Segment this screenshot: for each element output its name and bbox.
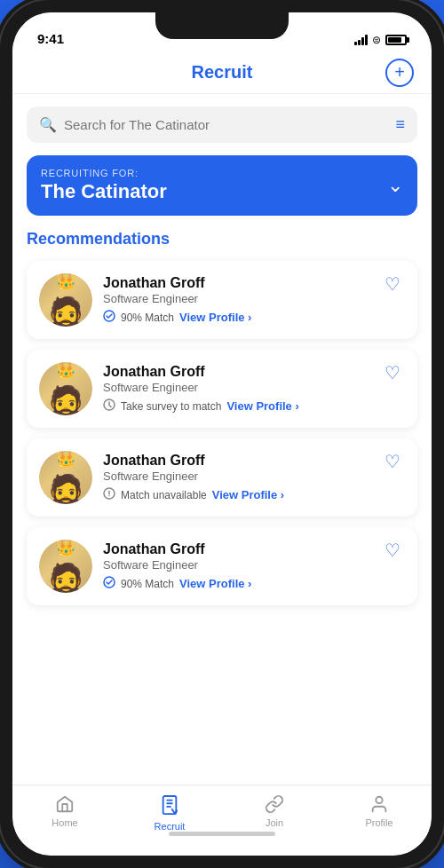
recruiting-name: The Catinator	[41, 180, 167, 203]
status-icons: ⊜	[354, 34, 407, 46]
search-container: 🔍 ≡	[12, 94, 432, 155]
svg-point-9	[376, 797, 382, 803]
view-profile-btn-1[interactable]: View Profile ›	[226, 399, 298, 413]
add-button[interactable]: +	[385, 59, 414, 87]
cards-container: Jonathan Groff Software Engineer 90% Mat…	[27, 261, 417, 605]
home-icon	[55, 794, 75, 814]
avatar-3	[39, 540, 92, 593]
nav-item-home[interactable]: Home	[12, 794, 117, 828]
heart-icon-1: ♡	[385, 362, 400, 383]
nav-item-join[interactable]: Join	[222, 794, 327, 828]
app-header: Recruit +	[12, 51, 432, 94]
recruiting-text: RECRUITING FOR: The Catinator	[41, 168, 167, 203]
filter-icon[interactable]: ≡	[395, 115, 405, 134]
candidate-info-2: Jonathan Groff Software Engineer Match u…	[103, 453, 405, 503]
candidate-name-0: Jonathan Groff	[103, 275, 405, 291]
candidate-role-1: Software Engineer	[103, 381, 405, 394]
match-text-3: 90% Match	[121, 578, 174, 590]
candidate-info-1: Jonathan Groff Software Engineer Take su…	[103, 364, 405, 414]
phone-screen: 9:41 ⊜ Recruit +	[12, 12, 432, 856]
signal-icon	[354, 35, 368, 45]
battery-icon	[385, 35, 407, 45]
candidate-meta-2: Match unavailable View Profile ›	[103, 487, 405, 503]
search-input[interactable]	[64, 117, 388, 132]
notch	[155, 12, 289, 39]
nav-label-join: Join	[266, 817, 283, 828]
candidate-role-3: Software Engineer	[103, 558, 405, 572]
nav-label-profile: Profile	[365, 817, 392, 828]
app-content: Recruit + 🔍 ≡ RECRUITING FOR: The Catina…	[12, 51, 432, 785]
match-text-0: 90% Match	[121, 312, 174, 324]
candidate-card-1: Jonathan Groff Software Engineer Take su…	[27, 350, 417, 428]
view-profile-btn-3[interactable]: View Profile ›	[179, 577, 251, 590]
match-icon-3	[103, 576, 115, 592]
nav-item-recruit[interactable]: Recruit	[117, 794, 222, 832]
match-text-2: Match unavailable	[121, 489, 207, 501]
join-icon	[264, 794, 285, 814]
candidate-card-0: Jonathan Groff Software Engineer 90% Mat…	[27, 261, 417, 339]
search-icon: 🔍	[39, 116, 57, 133]
match-icon-0	[103, 310, 115, 326]
recommendations-title: Recommendations	[27, 230, 417, 249]
candidate-name-1: Jonathan Groff	[103, 364, 405, 380]
candidate-info-3: Jonathan Groff Software Engineer 90% Mat…	[103, 541, 405, 592]
view-profile-btn-0[interactable]: View Profile ›	[179, 311, 251, 324]
candidate-role-0: Software Engineer	[103, 292, 405, 305]
match-icon-2	[103, 487, 115, 503]
bottom-nav: Home Recruit Join	[12, 785, 432, 856]
chevron-down-icon: ⌄	[387, 174, 403, 197]
avatar-0	[39, 273, 92, 327]
wifi-icon: ⊜	[372, 34, 381, 46]
heart-icon-3: ♡	[385, 540, 400, 561]
candidate-card-2: Jonathan Groff Software Engineer Match u…	[27, 438, 417, 517]
heart-btn-0[interactable]: ♡	[380, 272, 405, 296]
recruiting-label: RECRUITING FOR:	[41, 168, 167, 178]
heart-btn-3[interactable]: ♡	[380, 538, 405, 563]
candidate-meta-3: 90% Match View Profile ›	[103, 576, 405, 592]
search-bar: 🔍 ≡	[27, 107, 417, 143]
match-icon-1	[103, 398, 115, 414]
candidate-name-2: Jonathan Groff	[103, 453, 405, 469]
nav-label-home: Home	[52, 817, 77, 828]
heart-btn-2[interactable]: ♡	[380, 449, 405, 474]
candidate-name-3: Jonathan Groff	[103, 541, 405, 557]
recruit-icon	[160, 794, 179, 817]
svg-point-3	[108, 494, 110, 496]
heart-btn-1[interactable]: ♡	[380, 360, 405, 385]
profile-icon	[369, 794, 389, 814]
candidate-card-3: Jonathan Groff Software Engineer 90% Mat…	[27, 527, 417, 605]
app-title: Recruit	[192, 62, 253, 83]
recommendations-section: Recommendations Jonathan Groff Software …	[12, 230, 432, 785]
view-profile-btn-2[interactable]: View Profile ›	[212, 488, 284, 501]
status-time: 9:41	[37, 31, 64, 46]
recruiting-banner[interactable]: RECRUITING FOR: The Catinator ⌄	[27, 155, 417, 216]
heart-icon-2: ♡	[385, 451, 400, 472]
candidate-meta-1: Take survey to match View Profile ›	[103, 398, 405, 414]
phone-shell: 9:41 ⊜ Recruit +	[0, 0, 444, 868]
match-text-1: Take survey to match	[121, 400, 221, 413]
candidate-meta-0: 90% Match View Profile ›	[103, 310, 405, 326]
candidate-role-2: Software Engineer	[103, 470, 405, 483]
home-indicator	[169, 832, 275, 836]
avatar-2	[39, 451, 92, 504]
candidate-info-0: Jonathan Groff Software Engineer 90% Mat…	[103, 275, 405, 326]
nav-item-profile[interactable]: Profile	[327, 794, 432, 828]
avatar-1	[39, 362, 92, 415]
heart-icon-0: ♡	[385, 273, 400, 295]
nav-label-recruit: Recruit	[155, 821, 186, 832]
